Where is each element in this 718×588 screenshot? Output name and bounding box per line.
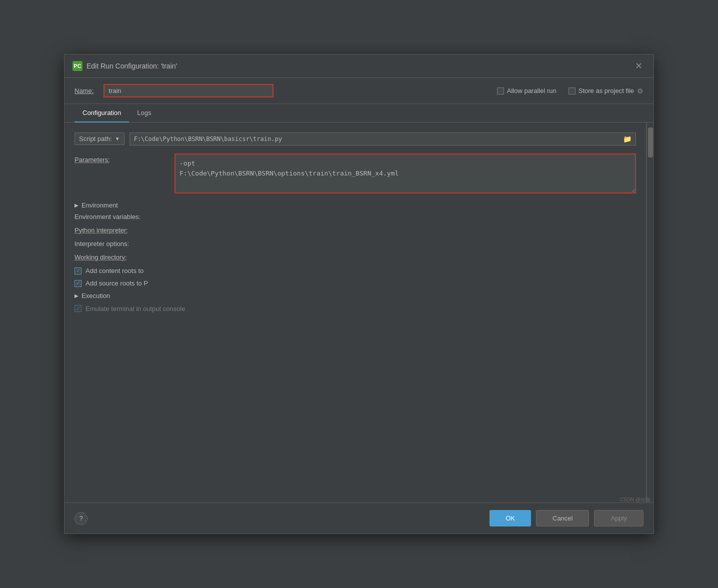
env-variables-label: Environment variables: (74, 213, 170, 220)
help-button[interactable]: ? (74, 512, 88, 525)
interpreter-options-row: Interpreter options: (74, 240, 636, 248)
tab-configuration[interactable]: Configuration (74, 104, 129, 122)
script-path-dropdown[interactable]: Script path: ▼ (74, 132, 124, 145)
script-path-row: Script path: ▼ F:\Code\Python\BSRN\BSRN\… (74, 132, 636, 146)
emulate-terminal-label: Emulate terminal in output console (86, 305, 185, 312)
header-row: Name: Allow parallel run Store as projec… (64, 78, 654, 104)
footer-bar: ? OK Cancel Apply (64, 502, 654, 534)
emulate-terminal-row: ✓ Emulate terminal in output console (74, 304, 636, 314)
script-path-value: F:\Code\Python\BSRN\BSRN\basicsr\train.p… (134, 136, 282, 142)
triangle-icon: ▶ (74, 202, 78, 208)
dialog-title: Edit Run Configuration: 'train' (86, 62, 628, 70)
scrollbar[interactable] (646, 122, 654, 502)
execution-label: Execution (82, 292, 110, 300)
parameters-row: Parameters: -opt F:\Code\Python\BSRN\BSR… (74, 154, 636, 194)
python-interpreter-row: Python interpreter: (74, 226, 636, 234)
close-button[interactable]: ✕ (632, 60, 646, 72)
execution-section-header[interactable]: ▶ Execution (74, 292, 636, 300)
working-directory-label: Working directory: (74, 254, 170, 261)
folder-icon[interactable]: 📁 (623, 135, 632, 143)
env-variables-row: Environment variables: (74, 213, 636, 220)
dropdown-arrow-icon: ▼ (115, 136, 120, 142)
footer-left: ? (74, 512, 88, 525)
name-label: Name: (74, 87, 94, 94)
left-panel: Script path: ▼ F:\Code\Python\BSRN\BSRN\… (64, 122, 646, 502)
script-path-input-wrapper: F:\Code\Python\BSRN\BSRN\basicsr\train.p… (130, 132, 636, 146)
apply-button[interactable]: Apply (594, 510, 644, 526)
add-source-roots-row: ✓ Add source roots to P (74, 280, 636, 287)
help-icon: ? (79, 514, 82, 522)
cancel-button[interactable]: Cancel (536, 510, 589, 526)
watermark: CSDN @佐咖 (620, 496, 650, 504)
title-bar: PC Edit Run Configuration: 'train' ✕ (64, 54, 654, 78)
store-project-label: Store as project file (578, 87, 634, 94)
environment-section-header[interactable]: ▶ Environment (74, 202, 636, 209)
working-directory-row: Working directory: (74, 254, 636, 261)
execution-triangle-icon: ▶ (74, 293, 78, 298)
add-content-roots-checkbox[interactable]: ✓ (74, 268, 82, 274)
scrollbar-thumb[interactable] (648, 128, 653, 158)
add-source-roots-checkbox[interactable]: ✓ (74, 280, 82, 287)
tab-logs[interactable]: Logs (129, 104, 159, 122)
allow-parallel-label: Allow parallel run (507, 87, 556, 94)
edit-run-config-dialog: PC Edit Run Configuration: 'train' ✕ Nam… (64, 54, 654, 534)
main-content: Script path: ▼ F:\Code\Python\BSRN\BSRN\… (64, 122, 654, 502)
parameters-label: Parameters: (74, 154, 170, 164)
store-project-option: Store as project file ⚙ (568, 87, 644, 95)
allow-parallel-checkbox[interactable] (497, 88, 504, 94)
python-interpreter-label: Python interpreter: (74, 226, 170, 234)
allow-parallel-option: Allow parallel run (497, 87, 556, 94)
environment-label: Environment (82, 202, 118, 209)
app-icon: PC (72, 61, 82, 71)
add-content-roots-label: Add content roots to (86, 267, 144, 274)
store-project-checkbox[interactable] (568, 88, 576, 94)
add-source-roots-label: Add source roots to P (86, 280, 148, 287)
parameters-textarea[interactable]: -opt F:\Code\Python\BSRN\BSRN\options\tr… (174, 154, 636, 194)
name-input[interactable] (104, 84, 274, 98)
add-content-roots-row: ✓ Add content roots to (74, 267, 636, 274)
script-path-dropdown-label: Script path: (79, 135, 112, 142)
ok-button[interactable]: OK (490, 510, 531, 526)
tabs-row: Configuration Logs (64, 104, 654, 122)
emulate-terminal-checkbox[interactable]: ✓ (74, 305, 82, 312)
footer-right: OK Cancel Apply (490, 510, 644, 526)
header-options: Allow parallel run Store as project file… (497, 87, 644, 95)
execution-section: ▶ Execution ✓ Emulate terminal in output… (74, 292, 636, 314)
interpreter-options-label: Interpreter options: (74, 240, 170, 248)
gear-icon[interactable]: ⚙ (637, 87, 644, 95)
